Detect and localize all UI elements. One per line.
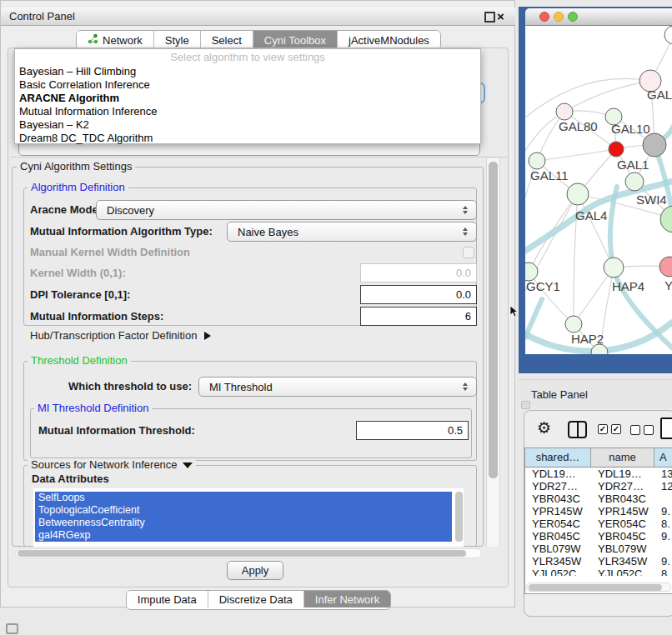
stepper-arrows-icon [461, 382, 469, 391]
mi-type-select[interactable]: Naive Bayes [227, 222, 477, 242]
node-label-swi4: SWI4 [636, 192, 667, 207]
tab-style[interactable]: Style [153, 31, 200, 49]
apply-button[interactable]: Apply [227, 561, 283, 580]
tab-impute-data[interactable]: Impute Data [127, 591, 208, 608]
hub-definition-toggle[interactable]: Hub/Transcription Factor Definition [30, 329, 211, 342]
aracne-mode-select[interactable]: Discovery [96, 200, 477, 220]
table-row[interactable]: YBR045CYBR045C9. [525, 530, 672, 542]
network-window-titlebar[interactable] [525, 8, 672, 26]
which-threshold-select[interactable]: MI Threshold [198, 377, 477, 397]
node-swi4[interactable] [660, 206, 672, 232]
table-cell: YPR145W [591, 505, 654, 518]
table-cell: 13. [654, 468, 672, 480]
tab-jactivemnodules[interactable]: jActiveMNodules [337, 31, 440, 49]
sources-legend[interactable]: Sources for Network Inference [28, 459, 196, 471]
tab-discretize-data[interactable]: Discretize Data [208, 591, 303, 608]
dpi-tolerance-field[interactable]: 0.0 [360, 285, 477, 304]
table-row[interactable]: YER054CYER054C8. [525, 518, 672, 530]
mi-threshold-field[interactable]: 0.5 [356, 421, 469, 440]
table-row[interactable]: YBL079WYBL079W [525, 542, 672, 555]
mi-threshold-label: Mutual Information Threshold: [38, 423, 195, 438]
data-attributes-list[interactable]: SelfLoopsTopologicalCoefficientBetweenne… [33, 488, 464, 547]
node[interactable] [625, 172, 644, 191]
collapsed-panel-icon[interactable] [6, 623, 18, 634]
tab-label: Discretize Data [219, 593, 293, 606]
tab-label: Impute Data [138, 593, 197, 606]
table-row[interactable]: YDR27…YDR27…12. [525, 480, 672, 492]
new-table-icon[interactable] [660, 418, 672, 439]
algorithm-option-mutual-information-inference[interactable]: Mutual Information Inference [15, 105, 480, 118]
gear-icon[interactable]: ⚙ [537, 419, 551, 438]
control-panel-title: Control Panel [9, 9, 75, 24]
tab-cyni-toolbox[interactable]: Cyni Toolbox [253, 31, 337, 49]
node-gal80[interactable] [556, 103, 573, 120]
tab-label: jActiveMNodules [349, 34, 429, 47]
chevron-down-icon [183, 462, 193, 468]
panel-resize-handle[interactable] [521, 401, 530, 409]
algorithm-option-dream8-dc-tdc-algorithm[interactable]: Dream8 DC_TDC Algorithm [15, 132, 480, 145]
table-row[interactable]: YJL052CYJL052C8. [525, 568, 672, 576]
algorithm-option-aracne-algorithm[interactable]: ARACNE Algorithm [15, 92, 480, 105]
node-hap4[interactable] [604, 258, 624, 278]
kernel-width-field[interactable]: 0.0 [360, 263, 477, 282]
algorithm-definition-legend: Algorithm Definition [28, 182, 128, 193]
mi-steps-field[interactable]: 6 [360, 307, 477, 326]
table-row[interactable]: YDL19…YDL19…13. [525, 468, 672, 480]
node-hap2[interactable] [565, 316, 582, 332]
node-label-gal80: GAL80 [559, 119, 598, 133]
sources-legend-label: Sources for Network Inference [31, 459, 178, 471]
deselect-all-checkboxes-icon[interactable] [630, 425, 654, 435]
mi-type-value: Naive Bayes [234, 226, 461, 238]
table-cell: YDR27… [591, 480, 654, 492]
close-traffic-light-icon[interactable] [539, 12, 549, 22]
network-canvas[interactable]: GAL2GAL80GAL10GAL1GAL11GAL4SWI4HAP4YGCY1… [525, 26, 672, 354]
tab-select[interactable]: Select [200, 31, 253, 49]
attribute-item-selfloops[interactable]: SelfLoops [35, 492, 452, 504]
tab-network[interactable]: Network [77, 31, 153, 49]
table-row[interactable]: YLR345WYLR345W9. [525, 555, 672, 568]
node-label-hap2: HAP2 [571, 332, 604, 346]
node[interactable] [643, 133, 666, 157]
node-gcy1[interactable] [525, 262, 538, 281]
mi-steps-label: Mutual Information Steps: [30, 309, 163, 324]
zoom-traffic-light-icon[interactable] [568, 12, 578, 22]
column-header-shared-name[interactable]: shared… [525, 448, 591, 467]
table-cell: 12. [654, 480, 672, 492]
table-cell: YER054C [525, 518, 591, 530]
node[interactable] [664, 26, 672, 44]
column-header-partial[interactable]: A [654, 448, 672, 467]
table-row[interactable]: YBR043CYBR043C [525, 492, 672, 505]
dpi-tolerance-label: DPI Tolerance [0,1]: [30, 288, 130, 302]
node-gal4[interactable] [567, 183, 589, 205]
table-cell: YDR27… [525, 480, 591, 492]
table-cell: YER054C [591, 518, 654, 530]
table-cell: YBR045C [525, 530, 591, 542]
attribute-item-gal4rgexp[interactable]: gal4RGexp [35, 529, 452, 542]
close-icon[interactable]: × [497, 8, 504, 26]
node-label-gal10: GAL10 [611, 122, 650, 136]
attribute-item-topologicalcoefficient[interactable]: TopologicalCoefficient [35, 504, 452, 517]
manual-kernel-checkbox[interactable] [463, 247, 474, 258]
attribute-item-betweennesscentrality[interactable]: BetweennessCentrality [35, 517, 452, 529]
minimize-traffic-light-icon[interactable] [554, 12, 564, 22]
algorithm-option-bayesian-k2[interactable]: Bayesian – K2 [15, 118, 480, 132]
settings-horizontal-scrollbar-thumb[interactable] [18, 550, 466, 557]
column-header-name[interactable]: name [591, 448, 654, 467]
settings-vertical-scrollbar-thumb[interactable] [489, 162, 498, 478]
table-row[interactable]: YPR145WYPR145W9. [525, 505, 672, 518]
node-gal1[interactable] [609, 142, 624, 157]
tab-infer-network[interactable]: Infer Network [303, 591, 390, 608]
algorithm-option-basic-correlation-inference[interactable]: Basic Correlation Inference [15, 78, 480, 92]
select-all-checkboxes-icon[interactable]: ✓✓ [598, 424, 621, 434]
table-cell: YLR345W [525, 555, 591, 568]
aracne-mode-value: Discovery [103, 204, 461, 217]
table-cell: YBR043C [525, 492, 591, 505]
float-window-icon[interactable] [484, 12, 495, 22]
node-gal11[interactable] [529, 152, 545, 169]
attributes-list-scrollbar[interactable] [455, 492, 463, 542]
table-horizontal-scrollbar-thumb[interactable] [529, 584, 662, 591]
table-cell: YLR345W [591, 555, 654, 568]
node-y[interactable] [659, 257, 672, 277]
algorithm-option-bayesian-hill-climbing[interactable]: Bayesian – Hill Climbing [15, 65, 480, 78]
columns-icon[interactable] [568, 421, 587, 438]
